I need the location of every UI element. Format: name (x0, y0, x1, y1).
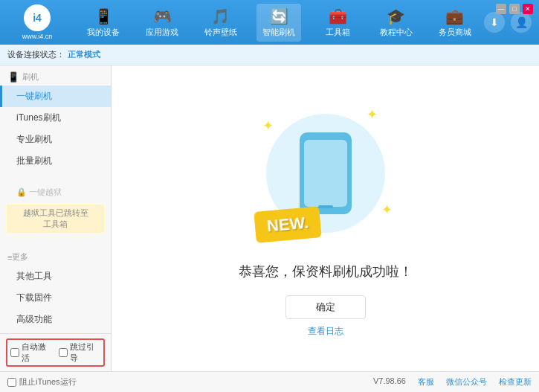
success-message: 恭喜您，保资料刷机成功啦！ (239, 263, 413, 280)
nav-tabs: 📱 我的设备 🎮 应用游戏 🎵 铃声壁纸 🔄 智能刷机 🧰 工具箱 🎓 (74, 4, 484, 42)
toolbar-status-label: 设备连接状态： (7, 49, 65, 60)
footer-left: 阻止iTunes运行 (7, 376, 77, 388)
skip-guide-input[interactable] (59, 348, 68, 357)
ringtone-icon: 🎵 (211, 7, 230, 25)
stop-itunes-checkbox[interactable] (7, 378, 16, 387)
sidebar-section-jailbreak: 🔒 一键越狱 越狱工具已跳转至 工具箱 (0, 181, 111, 240)
view-log-link[interactable]: 查看日志 (308, 325, 343, 338)
sidebar-item-one-key-flash[interactable]: 一键刷机 (0, 86, 111, 107)
smart-flash-icon: 🔄 (270, 7, 288, 25)
maximize-button[interactable]: □ (509, 4, 520, 14)
main-area: 📱 刷机 一键刷机 iTunes刷机 专业刷机 批量刷机 (0, 65, 539, 371)
auto-activate-input[interactable] (10, 348, 19, 357)
footer: 阻止iTunes运行 V7.98.66 客服 微信公众号 检查更新 (0, 371, 539, 392)
nav-tab-smart-flash[interactable]: 🔄 智能刷机 (256, 4, 301, 42)
phone-shape (300, 132, 352, 214)
sidebar-item-pro-flash[interactable]: 专业刷机 (0, 129, 111, 150)
auto-activate-checkbox[interactable]: 自动激活 (10, 341, 53, 364)
nav-tab-my-device[interactable]: 📱 我的设备 (81, 4, 126, 42)
footer-right: V7.98.66 客服 微信公众号 检查更新 (373, 376, 532, 388)
sidebar-item-itunes-flash[interactable]: iTunes刷机 (0, 107, 111, 129)
nav-tab-ringtones[interactable]: 🎵 铃声壁纸 (199, 4, 243, 42)
toolbar: 设备连接状态： 正常模式 (0, 45, 539, 65)
nav-tab-apps-games[interactable]: 🎮 应用游戏 (140, 4, 184, 42)
nav-tab-toolbox[interactable]: 🧰 工具箱 (315, 4, 360, 42)
footer-desktop-link[interactable]: 客服 (418, 376, 434, 388)
device-icon: 📱 (94, 7, 113, 25)
confirm-button[interactable]: 确定 (285, 295, 366, 319)
success-illustration: NEW. ✦ ✦ ✦ (251, 99, 400, 248)
device-row: 📱 iPhone 15 Pro Max 512GB iPhone (6, 370, 105, 371)
footer-version: V7.98.66 (373, 376, 406, 388)
footer-wechat-link[interactable]: 微信公众号 (446, 376, 487, 388)
new-badge: NEW. (254, 206, 322, 243)
sidebar-item-download-fw[interactable]: 下载固件 (0, 287, 111, 309)
business-icon: 💼 (445, 7, 464, 25)
nav-tab-tutorials[interactable]: 🎓 教程中心 (374, 4, 419, 42)
download-button[interactable]: ⬇ (484, 12, 505, 33)
sidebar-item-other-tools[interactable]: 其他工具 (0, 266, 111, 287)
content-area: NEW. ✦ ✦ ✦ 恭喜您，保资料刷机成功啦！ 确定 查看日志 (112, 65, 539, 371)
logo-icon: i4 (24, 4, 51, 31)
tutorial-icon: 🎓 (387, 7, 405, 25)
header: i4 www.i4.cn 📱 我的设备 🎮 应用游戏 🎵 铃声壁纸 🔄 智能刷机 (0, 0, 539, 45)
sidebar-jailbreak-title: 🔒 一键越狱 (0, 184, 111, 201)
toolbar-mode: 正常模式 (68, 49, 100, 60)
new-text: NEW. (265, 213, 309, 236)
sidebar-bottom: 自动激活 跳过引导 📱 iPhone 15 Pro Max 512GB iPho… (0, 333, 111, 371)
sparkle-2: ✦ (367, 106, 378, 123)
sidebar-item-batch-flash[interactable]: 批量刷机 (0, 150, 111, 172)
header-right: ⬇ 👤 (484, 12, 532, 33)
sidebar-section-more: ≡ 更多 其他工具 下载固件 高级功能 (0, 245, 111, 333)
nav-tab-business[interactable]: 💼 务员商城 (433, 4, 477, 42)
phone-home-btn (318, 205, 333, 208)
sidebar: 📱 刷机 一键刷机 iTunes刷机 专业刷机 批量刷机 (0, 65, 112, 371)
sidebar-section-flash-title: 📱 刷机 (0, 68, 111, 86)
sidebar-more-title: ≡ 更多 (0, 248, 111, 266)
footer-check-update-link[interactable]: 检查更新 (499, 376, 532, 388)
logo-text: www.i4.cn (22, 33, 53, 40)
sparkle-1: ✦ (262, 118, 274, 134)
sidebar-jailbreak-info: 越狱工具已跳转至 工具箱 (6, 204, 105, 234)
apps-icon: 🎮 (153, 7, 172, 25)
checkbox-highlight-box: 自动激活 跳过引导 (6, 338, 105, 367)
sparkle-3: ✦ (381, 202, 393, 218)
close-button[interactable]: ✕ (523, 4, 533, 14)
sidebar-item-advanced[interactable]: 高级功能 (0, 309, 111, 330)
flash-section-icon: 📱 (7, 71, 19, 83)
minimize-button[interactable]: — (496, 4, 506, 14)
skip-guide-checkbox[interactable]: 跳过引导 (59, 341, 101, 364)
user-button[interactable]: 👤 (511, 12, 532, 33)
toolbox-icon: 🧰 (329, 7, 347, 25)
sidebar-section-flash: 📱 刷机 一键刷机 iTunes刷机 专业刷机 批量刷机 (0, 65, 111, 175)
logo: i4 www.i4.cn (7, 4, 67, 40)
phone-screen (304, 140, 347, 207)
stop-itunes-label: 阻止iTunes运行 (19, 376, 77, 388)
